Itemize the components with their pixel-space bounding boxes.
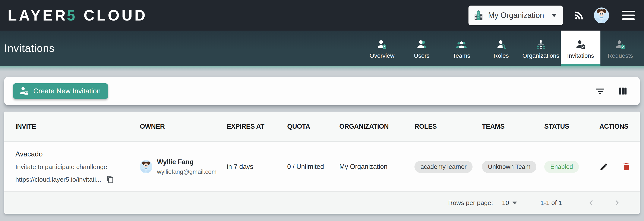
feed-icon[interactable] xyxy=(573,10,585,21)
filter-icon[interactable] xyxy=(595,86,606,96)
tab-label: Teams xyxy=(453,52,470,59)
logo-digit-5: 5 xyxy=(67,7,77,24)
rows-per-page-value: 10 xyxy=(502,199,509,206)
columns-icon[interactable] xyxy=(618,86,628,96)
logo-text-cloud: CLOUD xyxy=(84,7,148,24)
logo-text-layer: LAYER xyxy=(8,7,68,24)
tab-invitations[interactable]: Invitations xyxy=(561,31,600,66)
invite-description: Invitate to participate chanllenge xyxy=(15,163,134,170)
pagination-range: 1-1 of 1 xyxy=(540,199,562,206)
invitations-table: INVITE OWNER EXPIRES AT QUOTA ORGANIZATI… xyxy=(4,112,640,214)
edit-pencil-icon[interactable] xyxy=(599,162,608,171)
table-header-row: INVITE OWNER EXPIRES AT QUOTA ORGANIZATI… xyxy=(4,112,640,142)
tab-requests[interactable]: Requests xyxy=(600,31,640,66)
owner-cell: Wyllie Fang wylliefang@gmail.com xyxy=(140,158,227,175)
table-toolbar-actions xyxy=(595,86,628,96)
team-chip: Unknown Team xyxy=(482,161,536,173)
people-icon xyxy=(416,39,427,50)
layer5-cloud-app: LAYER5CLOUD xyxy=(0,0,644,221)
previous-page-button[interactable] xyxy=(587,198,595,207)
chevron-down-icon xyxy=(512,201,517,204)
organization-selector[interactable]: My Organization xyxy=(468,6,563,25)
person-key-icon xyxy=(496,39,507,50)
organization-cell: My Organization xyxy=(339,163,414,170)
hamburger-menu-icon[interactable] xyxy=(622,11,634,20)
invite-name: Avacado xyxy=(15,150,134,158)
delete-trash-icon[interactable] xyxy=(622,162,631,171)
invite-link[interactable]: https://cloud.layer5.io/invitati... xyxy=(15,176,101,183)
column-header-invite[interactable]: INVITE xyxy=(15,123,140,130)
column-header-actions[interactable]: ACTIONS xyxy=(599,123,640,130)
tab-label: Users xyxy=(414,52,430,59)
org-chart-icon xyxy=(535,39,546,50)
column-header-owner[interactable]: OWNER xyxy=(140,123,227,130)
create-button-label: Create New Invitation xyxy=(33,87,100,95)
organization-selector-value: My Organization xyxy=(488,11,544,20)
navbar-gradient-divider xyxy=(0,66,644,71)
expires-at-cell: in 7 days xyxy=(227,163,287,170)
column-header-expires-at[interactable]: EXPIRES AT xyxy=(227,123,287,130)
copy-icon[interactable] xyxy=(106,176,114,183)
status-badge: Enabled xyxy=(544,161,579,173)
person-check-icon xyxy=(615,39,626,50)
quota-cell: 0 / Unlimited xyxy=(287,163,339,170)
owner-email: wylliefang@gmail.com xyxy=(157,168,216,175)
role-chip: academy learner xyxy=(414,161,472,173)
column-header-quota[interactable]: QUOTA xyxy=(287,123,339,130)
owner-name: Wyllie Fang xyxy=(157,158,216,166)
status-cell: Enabled xyxy=(544,161,599,173)
table-row: Avacado Invitate to participate chanllen… xyxy=(4,142,640,192)
page-title: Invitations xyxy=(4,42,55,55)
top-app-bar: LAYER5CLOUD xyxy=(0,0,644,31)
person-check-icon xyxy=(575,39,586,50)
owner-avatar xyxy=(140,160,152,173)
tab-users[interactable]: Users xyxy=(402,31,442,66)
user-avatar[interactable] xyxy=(594,8,609,23)
next-page-button[interactable] xyxy=(613,198,621,207)
tab-label: Invitations xyxy=(567,52,594,59)
rows-per-page-label: Rows per page: xyxy=(448,199,493,206)
person-badge-icon xyxy=(376,39,388,50)
tab-organizations[interactable]: Organizations xyxy=(521,31,561,66)
group-icon xyxy=(456,39,468,50)
tab-label: Overview xyxy=(370,52,394,59)
create-new-invitation-button[interactable]: Create New Invitation xyxy=(13,83,108,99)
tab-teams[interactable]: Teams xyxy=(442,31,481,66)
invitations-toolbar: Create New Invitation xyxy=(4,77,640,105)
layer5-cloud-logo[interactable]: LAYER5CLOUD xyxy=(8,7,148,24)
column-header-teams[interactable]: TEAMS xyxy=(482,123,544,130)
roles-cell: academy learner xyxy=(414,161,482,173)
tab-label: Requests xyxy=(608,52,633,59)
tab-roles[interactable]: Roles xyxy=(481,31,521,66)
actions-cell xyxy=(599,162,640,171)
nav-tabs: Overview Users xyxy=(362,31,640,66)
teams-cell: Unknown Team xyxy=(482,161,544,173)
chevron-down-icon xyxy=(551,14,557,17)
person-envelope-icon xyxy=(19,86,29,96)
tab-label: Roles xyxy=(494,52,509,59)
column-header-organization[interactable]: ORGANIZATION xyxy=(339,123,414,130)
invite-cell: Avacado Invitate to participate chanllen… xyxy=(15,150,140,183)
column-header-status[interactable]: STATUS xyxy=(544,123,599,130)
table-pagination: Rows per page: 10 1-1 of 1 xyxy=(4,192,640,214)
tab-overview[interactable]: Overview xyxy=(362,31,402,66)
rows-per-page-select[interactable]: 10 xyxy=(502,199,517,206)
building-icon xyxy=(474,10,484,21)
column-header-roles[interactable]: ROLES xyxy=(414,123,482,130)
tab-label: Organizations xyxy=(522,52,560,59)
section-navbar: Invitations Overview xyxy=(0,31,644,66)
